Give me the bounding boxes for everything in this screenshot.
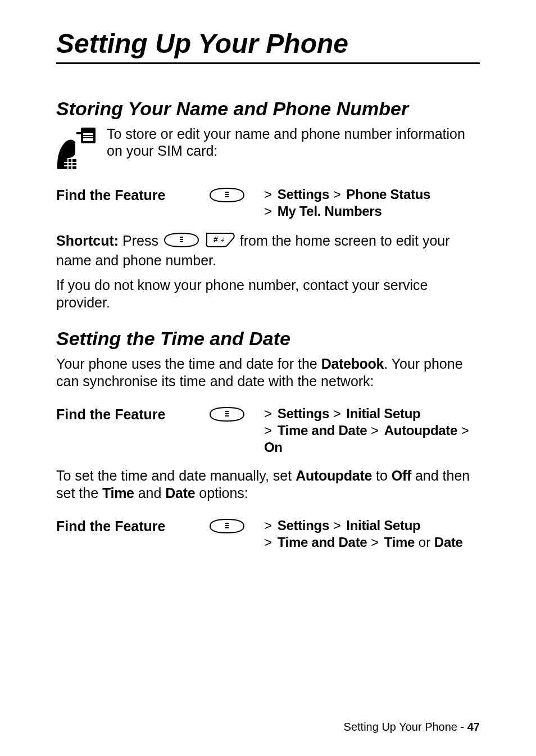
section-heading-storing: Storing Your Name and Phone Number: [56, 98, 480, 120]
page-title: Setting Up Your Phone: [56, 28, 480, 59]
datebook-term: Datebook: [321, 356, 384, 372]
feature-row-2: Find the Feature > Settings > Initial Se…: [56, 405, 480, 456]
path-time-and-date: Time and Date: [278, 535, 367, 550]
intro-row: To store or edit your name and phone num…: [56, 125, 480, 170]
gt: >: [264, 423, 276, 438]
find-feature-label: Find the Feature: [56, 517, 202, 535]
note-contact-provider: If you do not know your phone number, co…: [56, 277, 480, 311]
menu-key-icon: [208, 517, 258, 536]
gt: >: [329, 187, 344, 202]
path-on: On: [264, 440, 283, 455]
manual-instruction: To set the time and date manually, set A…: [56, 467, 480, 501]
path-settings: Settings: [278, 187, 329, 202]
intro-text: To store or edit your name and phone num…: [107, 125, 480, 159]
shortcut-pre: Press: [119, 233, 162, 248]
section-heading-time-date: Setting the Time and Date: [56, 328, 480, 350]
svg-text:#: #: [214, 235, 218, 244]
path-time: Time: [384, 535, 415, 550]
find-feature-label: Find the Feature: [56, 405, 202, 423]
time-date-intro: Your phone uses the time and date for th…: [56, 355, 480, 390]
gt: >: [264, 518, 276, 533]
off-term: Off: [392, 468, 411, 483]
svg-rect-4: [76, 132, 82, 134]
gt: >: [264, 406, 276, 421]
find-feature-label: Find the Feature: [56, 186, 202, 203]
page-number: 47: [467, 721, 480, 733]
path-initial-setup: Initial Setup: [346, 518, 420, 533]
svg-rect-5: [64, 159, 76, 169]
svg-text:↲: ↲: [220, 236, 225, 243]
menu-key-icon: [208, 186, 258, 205]
path-settings: Settings: [278, 406, 329, 421]
shortcut-label: Shortcut:: [56, 233, 119, 248]
gt: >: [264, 203, 276, 219]
menu-key-icon: [162, 232, 201, 252]
feature-path-2: > Settings > Initial Setup > Time and Da…: [264, 405, 480, 456]
t: Your phone uses the time and date for th…: [56, 356, 321, 372]
gt: >: [264, 187, 276, 202]
feature-row-1: Find the Feature > Settings > Phone Stat…: [56, 186, 480, 220]
path-autoupdate: Autoupdate: [384, 423, 457, 438]
t: To set the time and date manually, set: [56, 468, 296, 483]
t: to: [372, 468, 392, 483]
gt: >: [367, 535, 382, 550]
page-content: Setting Up Your Phone Storing Your Name …: [0, 0, 536, 756]
menu-key-icon: [208, 405, 258, 424]
gt: >: [329, 518, 344, 533]
path-date: Date: [434, 535, 463, 550]
time-term: Time: [102, 485, 134, 501]
gt: >: [264, 535, 276, 550]
gt: >: [329, 406, 344, 421]
path-phone-status: Phone Status: [346, 187, 430, 202]
path-my-tel: My Tel. Numbers: [278, 203, 382, 219]
path-time-and-date: Time and Date: [278, 423, 367, 438]
page-footer: Setting Up Your Phone - 47: [344, 721, 480, 734]
date-term: Date: [165, 485, 195, 501]
path-initial-setup: Initial Setup: [346, 406, 420, 421]
or-text: or: [415, 535, 434, 550]
gt: >: [367, 423, 382, 438]
footer-text: Setting Up Your Phone -: [344, 721, 467, 733]
gt: >: [457, 423, 469, 438]
feature-row-3: Find the Feature > Settings > Initial Se…: [56, 517, 480, 551]
path-settings: Settings: [278, 518, 329, 533]
feature-path-3: > Settings > Initial Setup > Time and Da…: [264, 517, 463, 551]
autoupdate-term: Autoupdate: [296, 468, 372, 483]
feature-path-1: > Settings > Phone Status > My Tel. Numb…: [264, 186, 430, 220]
shortcut-paragraph: Shortcut: Press # ↲ from the home screen…: [56, 231, 480, 269]
t: and: [134, 485, 166, 501]
sim-card-icon: [56, 125, 97, 170]
t: options:: [195, 485, 248, 501]
hash-key-icon: # ↲: [205, 231, 236, 252]
title-rule: [56, 62, 480, 64]
